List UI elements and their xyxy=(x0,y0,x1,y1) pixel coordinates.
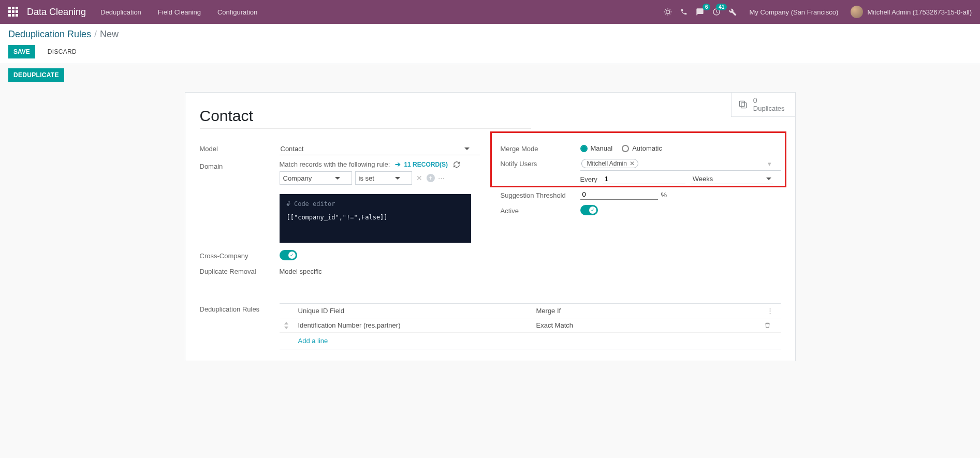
active-toggle[interactable]: ✓ xyxy=(580,205,598,215)
stat-duplicates[interactable]: 0 Duplicates xyxy=(731,93,795,117)
domain-label: Domain xyxy=(200,160,280,170)
svg-rect-3 xyxy=(739,101,744,107)
records-link[interactable]: ➔ 11 RECORD(S) xyxy=(395,160,448,168)
cross-company-label: Cross-Company xyxy=(200,250,280,260)
svg-point-0 xyxy=(666,10,670,14)
brand[interactable]: Data Cleaning xyxy=(27,7,86,18)
breadcrumb: Deduplication Rules / New xyxy=(8,29,972,40)
threshold-label: Suggestion Threshold xyxy=(501,189,580,199)
row-merge-if: Exact Match xyxy=(536,321,764,329)
row-delete-icon[interactable] xyxy=(764,322,777,329)
copy-icon xyxy=(738,99,748,110)
svg-marker-4 xyxy=(284,322,288,324)
check-icon: ✓ xyxy=(288,252,296,259)
apps-icon[interactable] xyxy=(8,7,19,17)
radio-dot-icon xyxy=(580,145,588,152)
right-column: Merge Mode Manual Automatic xyxy=(501,143,781,280)
check-icon: ✓ xyxy=(589,206,596,214)
domain-intro-text: Match records with the following rule: xyxy=(280,160,390,168)
chevron-down-icon xyxy=(766,178,771,180)
notify-unit-value: Weeks xyxy=(693,175,713,183)
form-sheet: 0 Duplicates Model Contact xyxy=(185,92,796,361)
notify-users-label: Notify Users xyxy=(501,158,580,168)
domain-more-icon[interactable]: ⋯ xyxy=(438,174,446,182)
threshold-unit: % xyxy=(661,191,667,199)
arrow-right-icon: ➔ xyxy=(395,160,401,168)
debug-icon[interactable] xyxy=(664,8,672,16)
tools-icon[interactable] xyxy=(729,8,737,16)
add-line-link[interactable]: Add a line xyxy=(298,337,328,345)
duplicate-removal-label: Duplicate Removal xyxy=(200,265,280,275)
left-column: Model Contact Domain Match recor xyxy=(200,143,480,280)
avatar xyxy=(851,6,863,18)
tag-remove-icon[interactable]: ✕ xyxy=(630,160,635,167)
company-switcher[interactable]: My Company (San Francisco) xyxy=(749,8,838,16)
domain-code-editor[interactable]: # Code editor [["company_id","!=",False]… xyxy=(280,194,471,243)
model-value: Contact xyxy=(281,145,304,153)
notify-users-field[interactable]: Mitchell Admin ✕ ▾ xyxy=(580,158,781,171)
nav-icons: 6 41 My Company (San Francisco) Mitchell… xyxy=(664,6,972,18)
notify-unit-select[interactable]: Weeks xyxy=(691,174,773,184)
threshold-input[interactable] xyxy=(580,189,658,200)
nav-item-configuration[interactable]: Configuration xyxy=(217,8,257,16)
activities-icon[interactable]: 41 xyxy=(712,8,721,16)
active-label: Active xyxy=(501,205,580,215)
domain-field-select[interactable]: Company xyxy=(280,171,352,185)
chevron-down-icon xyxy=(464,147,470,150)
stat-label: Duplicates xyxy=(753,105,785,112)
merge-mode-manual-radio[interactable]: Manual xyxy=(580,144,613,152)
domain-operator-select[interactable]: is set xyxy=(355,171,412,185)
domain-operator-value: is set xyxy=(359,174,374,182)
domain-remove-icon[interactable]: ✕ xyxy=(416,174,422,182)
records-count: 11 RECORD(S) xyxy=(404,161,448,168)
chevron-down-icon: ▾ xyxy=(768,160,771,168)
discard-button[interactable]: DISCARD xyxy=(42,45,82,58)
col-unique-id[interactable]: Unique ID Field xyxy=(298,307,536,315)
model-select[interactable]: Contact xyxy=(280,143,480,155)
breadcrumb-parent[interactable]: Deduplication Rules xyxy=(8,29,91,40)
rules-table: Unique ID Field Merge If ⋮ Identificatio… xyxy=(280,303,781,349)
nav-item-deduplication[interactable]: Deduplication xyxy=(100,8,141,16)
col-kebab-icon[interactable]: ⋮ xyxy=(764,307,777,315)
nav-item-field-cleaning[interactable]: Field Cleaning xyxy=(158,8,201,16)
notify-interval-input[interactable] xyxy=(603,174,685,184)
deduplicate-button[interactable]: DEDUPLICATE xyxy=(8,68,64,82)
notify-every-label: Every xyxy=(580,175,597,183)
activities-badge: 41 xyxy=(716,4,727,10)
model-label: Model xyxy=(200,143,280,153)
notify-user-tag[interactable]: Mitchell Admin ✕ xyxy=(581,159,638,168)
discuss-badge: 6 xyxy=(703,4,711,10)
merge-mode-manual-label: Manual xyxy=(591,144,613,152)
navbar: Data Cleaning Deduplication Field Cleani… xyxy=(0,0,980,24)
duplicate-removal-value: Model specific xyxy=(280,265,480,275)
notify-user-tag-text: Mitchell Admin xyxy=(587,160,627,167)
domain-field-value: Company xyxy=(283,174,312,182)
table-row[interactable]: Identification Number (res.partner) Exac… xyxy=(280,318,781,333)
svg-rect-2 xyxy=(741,103,746,108)
row-unique-id: Identification Number (res.partner) xyxy=(298,321,536,329)
discuss-icon[interactable]: 6 xyxy=(696,8,704,16)
control-panel: Deduplication Rules / New SAVE DISCARD xyxy=(0,24,980,64)
nav-menu: Deduplication Field Cleaning Configurati… xyxy=(100,8,257,16)
merge-mode-automatic-radio[interactable]: Automatic xyxy=(622,144,662,152)
rule-name-input[interactable] xyxy=(200,105,531,128)
user-menu[interactable]: Mitchell Admin (17532673-15-0-all) xyxy=(851,6,972,18)
code-body: [["company_id","!=",False]] xyxy=(287,214,464,221)
user-name: Mitchell Admin (17532673-15-0-all) xyxy=(867,8,972,16)
save-button[interactable]: SAVE xyxy=(8,45,35,58)
drag-handle-icon[interactable] xyxy=(284,322,298,329)
col-merge-if[interactable]: Merge If xyxy=(536,307,764,315)
refresh-icon[interactable] xyxy=(453,161,460,168)
domain-add-icon[interactable]: + xyxy=(427,174,435,182)
breadcrumb-current: New xyxy=(100,29,119,40)
status-bar: DEDUPLICATE xyxy=(0,64,980,86)
phone-icon[interactable] xyxy=(680,8,688,16)
code-comment: # Code editor xyxy=(287,200,464,208)
svg-marker-5 xyxy=(284,327,288,329)
radio-dot-icon xyxy=(622,145,629,152)
breadcrumb-sep: / xyxy=(94,29,97,40)
merge-mode-auto-label: Automatic xyxy=(632,144,662,152)
stat-count: 0 xyxy=(753,97,785,105)
cross-company-toggle[interactable]: ✓ xyxy=(280,250,297,260)
merge-mode-label: Merge Mode xyxy=(501,143,580,153)
